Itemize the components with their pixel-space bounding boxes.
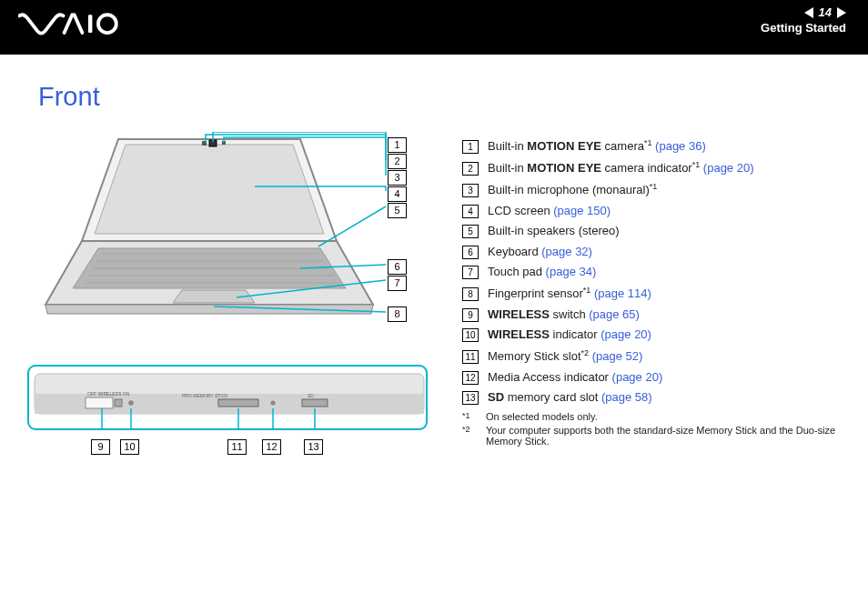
footnote-text: Your computer supports both the standard… (486, 425, 841, 447)
legend-num-box: 6 (462, 246, 479, 259)
legend-num-box: 8 (462, 287, 479, 301)
diagram-callout-13: 13 (304, 439, 323, 455)
section-title: Getting Started (761, 21, 846, 35)
legend-column: 1Built-in MOTION EYE camera*1 (page 36)2… (462, 132, 841, 459)
legend-num-box: 13 (462, 391, 479, 405)
svg-line-0 (65, 15, 73, 34)
footnote-text: On selected models only. (486, 411, 598, 422)
legend-num-box: 4 (462, 205, 479, 218)
header-bar: 14 Getting Started (0, 0, 868, 55)
svg-rect-2 (88, 15, 92, 34)
diagram-callout-6: 6 (388, 259, 407, 275)
legend-num-box: 10 (462, 328, 479, 342)
legend-text: Built-in speakers (stereo) (488, 223, 841, 239)
diagram-callout-8: 8 (388, 306, 407, 322)
svg-point-27 (271, 401, 276, 406)
legend-item-6: 6Keyboard (page 32) (462, 244, 841, 260)
legend-num-box: 5 (462, 225, 479, 238)
legend-text: Built-in MOTION EYE camera*1 (page 36) (488, 137, 841, 155)
laptop-diagram: 1 2 3 4 5 6 7 8 OFF WIRELE (27, 132, 428, 459)
page-link[interactable]: (page 32) (541, 245, 592, 258)
diagram-callout-10: 10 (120, 439, 139, 455)
next-page-icon[interactable] (837, 7, 846, 18)
diagram-callout-11: 11 (227, 439, 247, 455)
vaio-logo (18, 12, 118, 42)
page-link[interactable]: (page 36) (655, 139, 706, 153)
footnote: *2Your computer supports both the standa… (462, 425, 841, 447)
svg-rect-21 (86, 397, 113, 408)
legend-text: SD memory card slot (page 58) (488, 389, 841, 406)
diagram-callout-7: 7 (388, 276, 407, 291)
legend-text: Built-in microphone (monaural)*1 (488, 181, 841, 198)
page-link[interactable]: (page 114) (594, 286, 651, 300)
page-title: Front (38, 82, 841, 112)
page-link[interactable]: (page 58) (601, 390, 652, 404)
page-header-right: 14 Getting Started (761, 5, 846, 35)
content-area: Front (0, 55, 868, 613)
page-link[interactable]: (page 65) (589, 307, 640, 321)
svg-rect-23 (115, 399, 122, 407)
page-link[interactable]: (page 34) (546, 265, 597, 278)
diagram-callout-3: 3 (388, 170, 407, 186)
legend-text: Memory Stick slot*2 (page 52) (488, 347, 841, 365)
footnote-key: *1 (462, 411, 477, 422)
legend-item-13: 13SD memory card slot (page 58) (462, 389, 841, 406)
legend-num-box: 12 (462, 371, 479, 385)
svg-point-3 (98, 15, 116, 34)
footnote: *1On selected models only. (462, 411, 841, 422)
page-link[interactable]: (page 150) (553, 204, 611, 217)
svg-marker-5 (95, 145, 324, 234)
svg-rect-25 (218, 399, 258, 407)
legend-item-5: 5Built-in speakers (stereo) (462, 223, 841, 239)
legend-item-8: 8Fingerprint sensor*1 (page 114) (462, 285, 841, 302)
legend-text: Keyboard (page 32) (488, 244, 841, 260)
legend-item-7: 7Touch pad (page 34) (462, 264, 841, 280)
legend-text: Built-in MOTION EYE camera indicator*1 (… (488, 159, 841, 176)
legend-item-2: 2Built-in MOTION EYE camera indicator*1 … (462, 159, 841, 176)
page-link[interactable]: (page 20) (703, 161, 754, 175)
port-panel: OFF WIRELESS ON PRO MEMORY STICK SD (27, 365, 428, 430)
legend-item-1: 1Built-in MOTION EYE camera*1 (page 36) (462, 137, 841, 155)
diagram-callout-1: 1 (388, 137, 407, 153)
legend-text: Fingerprint sensor*1 (page 114) (488, 285, 841, 302)
legend-item-3: 3Built-in microphone (monaural)*1 (462, 181, 841, 198)
legend-text: Media Access indicator (page 20) (488, 369, 841, 386)
legend-text: WIRELESS indicator (page 20) (488, 327, 841, 343)
page-number: 14 (819, 5, 832, 19)
legend-num-box: 9 (462, 308, 479, 322)
prev-page-icon[interactable] (804, 7, 813, 18)
svg-text:OFF  WIRELESS  ON: OFF WIRELESS ON (87, 391, 130, 397)
diagram-column: 1 2 3 4 5 6 7 8 OFF WIRELE (27, 132, 437, 459)
legend-item-11: 11Memory Stick slot*2 (page 52) (462, 347, 841, 365)
legend-num-box: 1 (462, 140, 479, 154)
legend-num-box: 2 (462, 162, 479, 176)
legend-item-9: 9WIRELESS switch (page 65) (462, 306, 841, 323)
legend-text: WIRELESS switch (page 65) (488, 306, 841, 323)
page-link[interactable]: (page 20) (612, 370, 663, 384)
page-link[interactable]: (page 52) (592, 349, 643, 363)
svg-marker-18 (45, 305, 373, 314)
diagram-callout-5: 5 (388, 203, 407, 218)
legend-item-4: 4LCD screen (page 150) (462, 203, 841, 219)
svg-rect-28 (302, 399, 328, 407)
svg-text:SD: SD (308, 393, 314, 398)
diagram-callout-12: 12 (262, 439, 281, 455)
legend-num-box: 11 (462, 350, 479, 364)
svg-point-24 (128, 400, 134, 406)
diagram-callout-4: 4 (388, 186, 407, 202)
svg-text:PRO MEMORY STICK: PRO MEMORY STICK (182, 393, 228, 398)
page-link[interactable]: (page 20) (601, 327, 651, 341)
pager: 14 (761, 5, 846, 19)
legend-item-12: 12Media Access indicator (page 20) (462, 369, 841, 386)
legend-text: Touch pad (page 34) (488, 264, 841, 280)
footnote-key: *2 (462, 425, 477, 447)
legend-num-box: 3 (462, 184, 479, 197)
legend-text: LCD screen (page 150) (488, 203, 841, 219)
diagram-callout-9: 9 (91, 439, 110, 455)
legend-item-10: 10WIRELESS indicator (page 20) (462, 327, 841, 343)
legend-num-box: 7 (462, 266, 479, 279)
svg-line-1 (75, 15, 83, 34)
diagram-callout-2: 2 (388, 154, 407, 169)
